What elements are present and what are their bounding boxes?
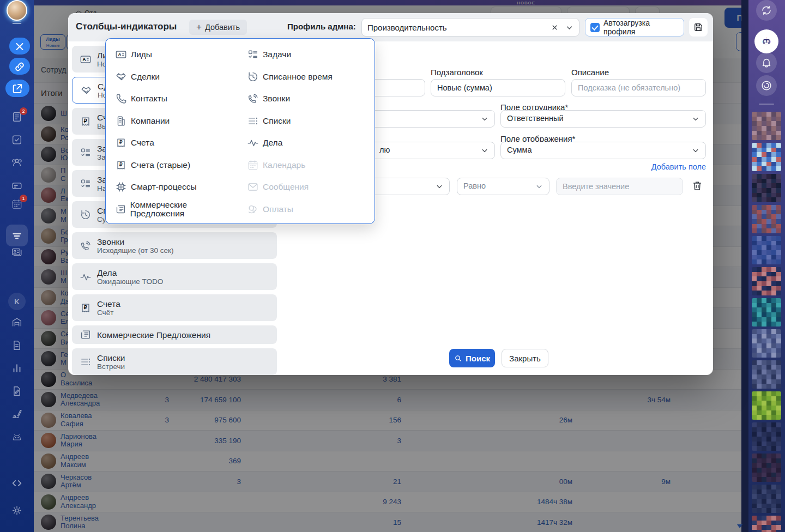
sidebar-button[interactable] — [756, 75, 777, 96]
blurred-avatar[interactable] — [752, 236, 781, 264]
sidebar-item[interactable] — [10, 179, 23, 192]
sidebar-item[interactable] — [10, 384, 23, 397]
description-field[interactable] — [571, 79, 706, 96]
sidebar-item[interactable]: K — [8, 293, 26, 310]
smart-icon — [115, 181, 127, 193]
blurred-avatar[interactable] — [752, 174, 781, 202]
user-avatars-column — [752, 112, 781, 532]
sidebar-item[interactable] — [9, 58, 30, 75]
leads-icon: А — [115, 49, 127, 61]
menu-item[interactable]: Коммерческие Предложения — [106, 198, 238, 221]
delete-filter-button[interactable] — [691, 180, 704, 193]
sidebar-item[interactable]: 1 — [10, 197, 23, 210]
menu-item[interactable]: Календарь — [238, 154, 370, 177]
robot-icon — [760, 35, 772, 47]
deals-icon — [115, 71, 127, 83]
close-button[interactable]: Закрыть — [502, 349, 548, 367]
menu-item[interactable]: Компании — [106, 110, 238, 132]
menu-item-label: Задачи — [263, 50, 291, 59]
calls-icon — [80, 240, 92, 252]
invoices-icon: ₽ — [115, 159, 127, 171]
blurred-avatar[interactable] — [752, 391, 781, 420]
blurred-avatar[interactable] — [752, 485, 781, 513]
blurred-avatar[interactable] — [752, 360, 781, 389]
admin-profile-value: Производительность — [367, 23, 551, 32]
menu-item[interactable]: Задачи — [238, 44, 370, 66]
menu-item[interactable]: А Лиды — [106, 44, 238, 66]
menu-item[interactable]: Оплаты — [238, 198, 370, 221]
menu-item[interactable]: Смарт-процессы — [106, 176, 238, 198]
chat-sync-icon — [760, 4, 772, 16]
blurred-avatar[interactable] — [752, 267, 781, 295]
lists-icon — [80, 356, 92, 368]
sidebar-item[interactable] — [10, 156, 23, 169]
sidebar-item[interactable] — [10, 133, 23, 146]
disc-icon — [760, 80, 772, 92]
filter-condition-select[interactable]: Равно — [457, 178, 550, 195]
menu-item[interactable]: Контакты — [106, 88, 238, 110]
autoload-profile-toggle[interactable]: Автозагрузка профиля — [585, 18, 684, 37]
card-text: Счета Счёт — [97, 299, 120, 317]
menu-item-label: Компании — [131, 117, 170, 125]
sidebar-item[interactable] — [10, 504, 23, 517]
clear-icon[interactable] — [551, 23, 559, 32]
sidebar-item[interactable] — [5, 80, 29, 97]
add-field-link[interactable]: Добавить поле — [651, 162, 706, 171]
checkbox-checked[interactable] — [590, 23, 600, 32]
blurred-avatar[interactable] — [752, 454, 781, 482]
display-field-select[interactable]: Сумма — [500, 142, 706, 159]
search-button[interactable]: Поиск — [449, 349, 495, 367]
indicator-card[interactable]: ₽ Счета Счёт — [72, 294, 277, 321]
menu-item-label: Списки — [263, 117, 291, 125]
blurred-avatar[interactable] — [752, 112, 781, 140]
sidebar-item[interactable] — [10, 430, 23, 443]
chevron-down-icon[interactable] — [565, 23, 573, 32]
sidebar-item[interactable] — [9, 38, 30, 55]
save-profile-button[interactable] — [689, 18, 708, 37]
tasks-icon — [80, 178, 92, 190]
filter-condition-value: Равно — [463, 182, 486, 190]
sidebar-item[interactable]: 2 — [10, 110, 23, 123]
card-text: Коммерческие Предложения — [97, 330, 210, 340]
menu-item[interactable]: Звонки — [238, 88, 370, 110]
menu-item[interactable]: Сделки — [106, 66, 238, 88]
subtitle-field[interactable] — [431, 79, 565, 96]
employee-field-select[interactable]: Ответственный — [500, 110, 706, 128]
sidebar-button[interactable] — [756, 0, 777, 21]
blurred-avatar[interactable] — [752, 205, 781, 233]
blurred-avatar[interactable] — [752, 298, 781, 327]
sidebar-item[interactable] — [10, 361, 23, 374]
calls-icon — [247, 93, 259, 105]
blurred-avatar[interactable] — [752, 516, 781, 532]
indicator-card[interactable]: Списки Встречи — [72, 348, 277, 375]
autoload-profile-label: Автозагрузка профиля — [603, 19, 679, 36]
menu-item-label: Сообщения — [263, 183, 309, 191]
admin-profile-select[interactable]: Производительность — [361, 18, 579, 37]
menu-item[interactable]: Списанное время — [238, 66, 370, 88]
indicator-card[interactable]: Дела Ожидающие TODO — [72, 263, 277, 290]
admin-profile-label: Профиль адмна: — [287, 22, 356, 31]
sidebar-item[interactable] — [10, 476, 23, 489]
sidebar-button[interactable] — [754, 29, 778, 53]
menu-item[interactable]: Дела — [238, 132, 370, 154]
indicator-card[interactable]: Звонки Исходящие (от 30 сек) — [72, 232, 277, 259]
menu-item[interactable]: ₽ Счета — [106, 132, 238, 154]
menu-column-right: Задачи Списанное время Звонки Списки Дел… — [238, 44, 370, 223]
sidebar-item[interactable] — [7, 0, 27, 21]
blurred-avatar[interactable] — [752, 422, 781, 451]
sidebar-item[interactable] — [10, 245, 23, 258]
blurred-avatar[interactable] — [752, 143, 781, 171]
sidebar-item[interactable] — [10, 338, 23, 352]
indicator-card[interactable]: Коммерческие Предложения — [72, 325, 277, 344]
menu-item[interactable]: Сообщения — [238, 176, 370, 198]
add-column-button[interactable]: + Добавить — [189, 20, 247, 35]
blurred-avatar[interactable] — [752, 329, 781, 358]
sidebar-button[interactable] — [756, 52, 777, 73]
sidebar-item[interactable] — [10, 407, 23, 420]
menu-item[interactable]: Списки — [238, 110, 370, 132]
filter-value-field[interactable] — [556, 178, 683, 195]
deals-icon — [80, 84, 92, 96]
sidebar-item[interactable] — [6, 225, 28, 246]
menu-item[interactable]: ₽ Счета (старые) — [106, 154, 238, 177]
sidebar-item[interactable] — [10, 316, 23, 329]
